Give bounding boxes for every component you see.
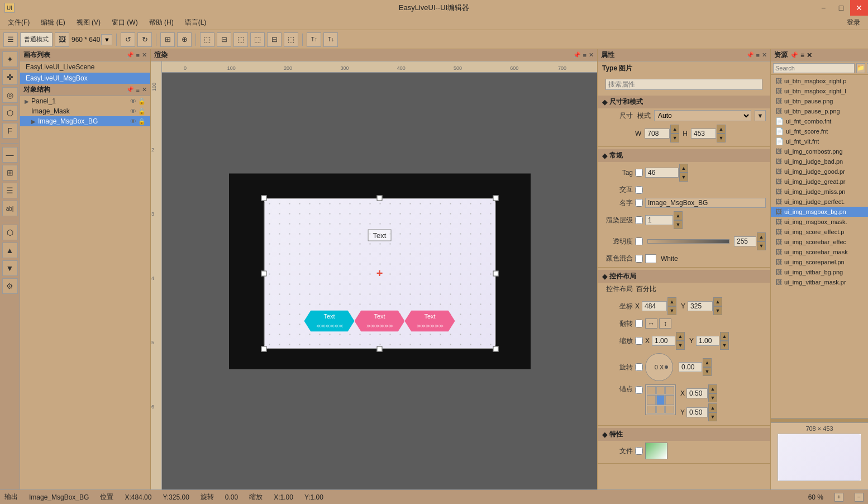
res-item-17[interactable]: 🖼ui_img_scorebar_mask xyxy=(771,247,868,257)
res-item-6[interactable]: 📄ui_fnt_vit.fnt xyxy=(771,136,868,146)
anchor-br[interactable] xyxy=(665,406,674,414)
rotation-up[interactable]: ▲ xyxy=(703,358,712,367)
rotation-dial[interactable]: 0 X xyxy=(645,353,673,381)
handle-tm[interactable] xyxy=(377,196,383,201)
align-right-button[interactable]: ⬚ xyxy=(233,32,248,47)
render-close[interactable]: ✕ xyxy=(589,51,594,59)
opacity-down[interactable]: ▼ xyxy=(757,241,766,250)
res-scrollbar[interactable] xyxy=(771,418,868,422)
login-button[interactable]: 登录 xyxy=(841,17,866,28)
tool-13[interactable]: ⚙ xyxy=(2,278,18,294)
zoom-out-btn[interactable]: − xyxy=(855,493,864,502)
canvas-list-close[interactable]: ✕ xyxy=(142,51,147,59)
res-item-13[interactable]: 🖼ui_img_msgbox_bg.pn xyxy=(771,207,868,217)
width-up[interactable]: ▲ xyxy=(670,125,679,134)
obj-close[interactable]: ✕ xyxy=(142,86,147,93)
render-pin[interactable]: 📌 xyxy=(573,51,581,59)
text-down-button[interactable]: T↓ xyxy=(323,32,338,47)
tool-5[interactable]: F xyxy=(2,123,18,139)
tag-input[interactable] xyxy=(645,168,679,178)
res-search-input[interactable] xyxy=(773,63,855,73)
menu-help[interactable]: 帮助 (H) xyxy=(144,17,179,28)
anchor-mr[interactable] xyxy=(665,395,674,405)
handle-bm[interactable] xyxy=(377,346,383,352)
align-top-button[interactable]: ⬚ xyxy=(250,32,265,47)
anchor-y-down[interactable]: ▼ xyxy=(708,412,717,421)
anchor-y-up[interactable]: ▲ xyxy=(708,403,717,412)
anchor-x-up[interactable]: ▲ xyxy=(708,384,717,393)
fit-button[interactable]: ⊞ xyxy=(160,32,175,47)
handle-br[interactable] xyxy=(493,346,498,352)
flip-v-btn[interactable]: ↕ xyxy=(659,318,671,329)
scale-x-input[interactable] xyxy=(652,336,675,346)
anchor-tm[interactable] xyxy=(656,386,665,394)
coord-y-down[interactable]: ▼ xyxy=(713,306,722,315)
menu-window[interactable]: 窗口 (W) xyxy=(106,17,144,28)
opacity-up[interactable]: ▲ xyxy=(757,232,766,241)
tree-item-imagemsgboxbg[interactable]: ▶ Image_MsgBox_BG 👁 🔒 xyxy=(20,116,150,126)
file-thumbnail[interactable] xyxy=(645,443,667,459)
opacity-slider[interactable] xyxy=(647,239,729,244)
tool-11[interactable]: ▲ xyxy=(2,243,18,258)
scale-x-down[interactable]: ▼ xyxy=(676,341,685,350)
zoom-in-btn[interactable]: + xyxy=(834,493,843,502)
scale-y-down[interactable]: ▼ xyxy=(720,341,729,350)
res-item-8[interactable]: 🖼ui_img_judge_bad.pn xyxy=(771,156,868,167)
rotate-ccw-button[interactable]: ↺ xyxy=(121,32,135,47)
tree-item-panel1[interactable]: ▶ Panel_1 👁 🔒 xyxy=(20,96,150,106)
res-item-2[interactable]: 🖼ui_btn_pause.png xyxy=(771,96,868,106)
anchor-ml[interactable] xyxy=(647,395,656,405)
canvas-size-dropdown[interactable]: ▼ xyxy=(101,34,112,45)
scale-y-input[interactable] xyxy=(696,336,719,346)
width-down[interactable]: ▼ xyxy=(670,134,679,142)
anchor-y-input[interactable] xyxy=(686,407,708,417)
res-item-0[interactable]: 🖼ui_btn_msgbox_right.p xyxy=(771,76,868,86)
imagemsgboxbg-toggle[interactable]: ▶ xyxy=(31,118,36,125)
name-checkbox[interactable] xyxy=(635,199,643,207)
anchor-x-down[interactable]: ▼ xyxy=(708,393,717,402)
canvas-list-menu[interactable]: ≡ xyxy=(136,52,140,59)
layer-checkbox[interactable] xyxy=(635,216,643,224)
layer-down[interactable]: ▼ xyxy=(674,220,683,229)
panel1-lock[interactable]: 🔒 xyxy=(138,98,146,105)
rotate-cw-button[interactable]: ↻ xyxy=(137,32,152,47)
flip-checkbox[interactable] xyxy=(635,320,643,327)
align-left-button[interactable]: ⬚ xyxy=(200,32,214,47)
color-blend-checkbox[interactable] xyxy=(635,255,643,263)
handle-ml[interactable] xyxy=(261,271,266,277)
common-title[interactable]: ◆ 常规 xyxy=(598,149,770,162)
canvas-item-0[interactable]: EasyLiveUI_LiveScene xyxy=(20,61,150,73)
res-menu[interactable]: ≡ xyxy=(800,51,804,59)
tree-item-imagemask[interactable]: Image_Mask 👁 🔒 xyxy=(20,106,150,116)
coord-y-up[interactable]: ▲ xyxy=(713,297,722,306)
res-item-14[interactable]: 🖼ui_img_msgbox_mask. xyxy=(771,217,868,227)
traits-title[interactable]: ◆ 特性 xyxy=(598,428,770,441)
res-item-18[interactable]: 🖼ui_img_scorepanel.pn xyxy=(771,257,868,267)
interact-checkbox[interactable] xyxy=(635,186,643,194)
canvas-item-1[interactable]: EasyLiveUI_MsgBox xyxy=(20,73,150,84)
res-item-7[interactable]: 🖼ui_img_combostr.png xyxy=(771,146,868,156)
res-item-1[interactable]: 🖼ui_btn_msgbox_right_l xyxy=(771,86,868,96)
res-item-4[interactable]: 📄ui_fnt_combo.fnt xyxy=(771,116,868,126)
height-up[interactable]: ▲ xyxy=(717,125,726,134)
layer-input[interactable] xyxy=(645,215,673,225)
res-pin[interactable]: 📌 xyxy=(790,51,798,59)
tool-10[interactable]: ⬡ xyxy=(2,225,18,240)
layer-up[interactable]: ▲ xyxy=(674,211,683,220)
res-item-16[interactable]: 🖼ui_img_scorebar_effec xyxy=(771,237,868,247)
scale-y-up[interactable]: ▲ xyxy=(720,332,729,341)
canvas-btn-pink-1[interactable]: Text ≫≫≫≫≫≫ xyxy=(355,311,405,332)
maximize-button[interactable]: □ xyxy=(832,0,850,16)
tool-7[interactable]: ⊞ xyxy=(2,165,18,180)
tool-6[interactable]: — xyxy=(2,147,18,163)
canvas-selected-element[interactable]: Text + Text ≪≪≪≪≪≪ xyxy=(264,198,495,349)
render-menu[interactable]: ≡ xyxy=(583,52,586,59)
scale-checkbox[interactable] xyxy=(635,337,643,345)
anchor-center[interactable]: + xyxy=(656,395,665,405)
anchor-tr[interactable] xyxy=(665,386,674,394)
tool-9[interactable]: ab| xyxy=(2,201,18,216)
tool-2[interactable]: ✤ xyxy=(2,69,18,85)
anchor-tl[interactable] xyxy=(647,386,656,394)
select-tool[interactable]: ✦ xyxy=(2,51,18,67)
coord-x-down[interactable]: ▼ xyxy=(667,306,676,315)
